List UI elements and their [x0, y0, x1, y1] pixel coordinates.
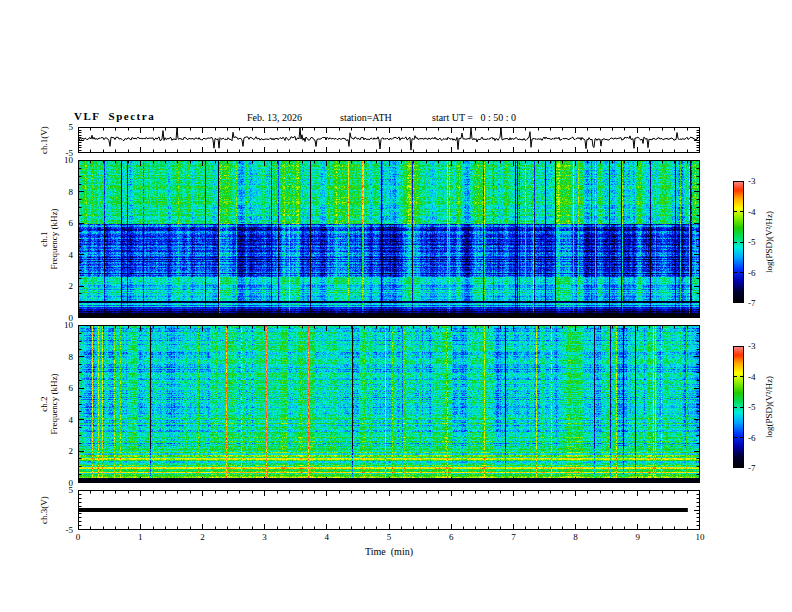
colorbar-tick-label: -3 [748, 341, 756, 351]
frequency-tick-label: 2 [69, 281, 74, 291]
vlf-spectra-figure: VLF Spectra Feb. 13, 2026 station=ATH st… [0, 0, 792, 612]
time-tick-label: 4 [325, 532, 330, 542]
ch3-waveform-canvas [78, 490, 700, 530]
start-ut-label: start UT = 0 : 50 : 0 [432, 112, 516, 123]
frequency-tick-label: 8 [69, 187, 74, 197]
colorbar-tick-label: -6 [748, 268, 756, 278]
frequency-tick-label: 6 [69, 218, 74, 228]
voltage-tick-label: 5 [69, 122, 74, 132]
voltage-tick-label: -5 [66, 525, 74, 535]
frequency-tick-label: 6 [69, 383, 74, 393]
colorbar-2-canvas [733, 346, 744, 468]
colorbar-tick-label: -5 [748, 402, 756, 412]
time-tick-label: 9 [636, 532, 641, 542]
voltage-tick-label: -5 [66, 148, 74, 158]
ch1-label-line: ch.1 [39, 208, 49, 269]
voltage-tick-label: 5 [69, 485, 74, 495]
time-tick-label: 10 [696, 532, 705, 542]
station-label: station=ATH [340, 112, 392, 123]
plot-date: Feb. 13, 2026 [247, 112, 302, 123]
ch2-spectrogram-canvas [78, 325, 700, 483]
frequency-tick-label: 8 [69, 352, 74, 362]
colorbar-tick-label: -6 [748, 433, 756, 443]
colorbar-tick-label: -4 [748, 372, 756, 382]
time-tick-label: 5 [387, 532, 392, 542]
frequency-tick-label: 4 [69, 415, 74, 425]
ch1-spectrogram-canvas [78, 160, 700, 318]
colorbar-tick-label: -7 [748, 463, 756, 473]
time-tick-label: 8 [573, 532, 578, 542]
time-axis-label: Time (min) [365, 546, 413, 557]
colorbar-tick-label: -5 [748, 237, 756, 247]
colorbar-tick-label: -4 [748, 207, 756, 217]
frequency-tick-label: 4 [69, 250, 74, 260]
colorbar-tick-label: -3 [748, 176, 756, 186]
time-tick-label: 7 [511, 532, 516, 542]
frequency-tick-label: 10 [64, 320, 73, 330]
time-tick-label: 2 [200, 532, 205, 542]
frequency-axis-label: Frequency (kHz) [49, 373, 59, 434]
time-tick-label: 6 [449, 532, 454, 542]
colorbar-1-canvas [733, 181, 744, 303]
plot-title: VLF Spectra [74, 110, 155, 122]
colorbar-tick-label: -7 [748, 298, 756, 308]
time-tick-label: 3 [262, 532, 267, 542]
ch1-waveform-canvas [78, 127, 700, 153]
frequency-tick-label: 2 [69, 446, 74, 456]
frequency-axis-label: Frequency (kHz) [49, 208, 59, 269]
ch2-label-line: ch.2 [39, 373, 49, 434]
time-tick-label: 1 [138, 532, 143, 542]
time-tick-label: 0 [76, 532, 81, 542]
